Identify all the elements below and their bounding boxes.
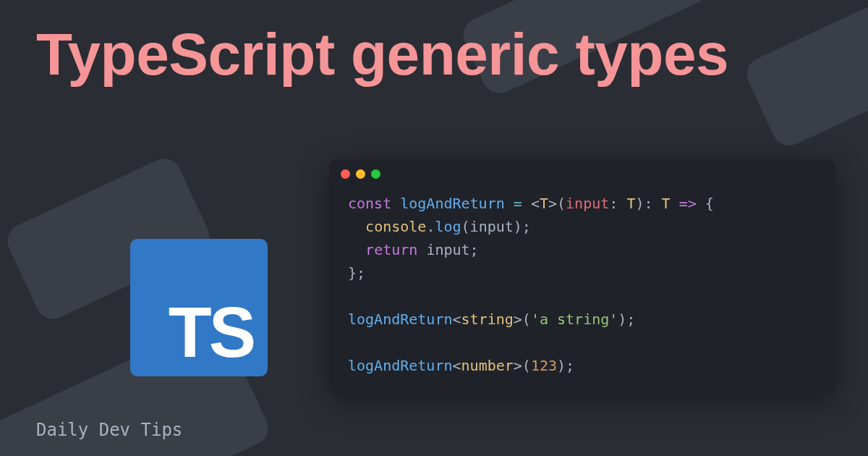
footer-brand: Daily Dev Tips <box>36 420 182 440</box>
typescript-logo: TS <box>130 239 268 376</box>
maximize-icon <box>371 169 380 179</box>
window-controls <box>329 159 835 186</box>
code-window: const logAndReturn = <T>(input: T): T =>… <box>329 159 835 394</box>
typescript-logo-text: TS <box>169 297 253 368</box>
close-icon <box>341 169 350 179</box>
minimize-icon <box>356 169 365 179</box>
page-title: TypeScript generic types <box>36 22 728 87</box>
code-content: const logAndReturn = <T>(input: T): T =>… <box>329 186 835 394</box>
bg-shape <box>741 0 868 151</box>
